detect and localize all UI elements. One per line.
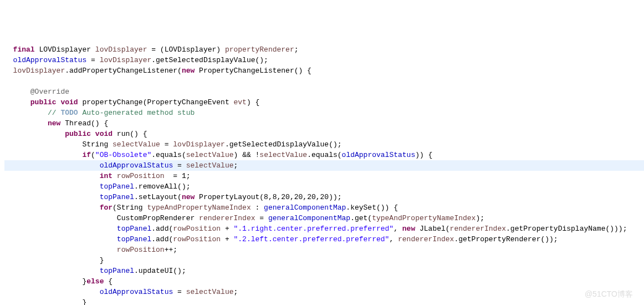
code-line: public void run() { bbox=[4, 129, 644, 139]
code-line: @Override bbox=[4, 87, 644, 97]
code-line: } bbox=[4, 255, 644, 266]
code-line: topPanel.setLayout(new PropertyLayout(8,… bbox=[4, 192, 644, 202]
code-line: int rowPosition = 1; bbox=[4, 171, 644, 181]
code-line-highlighted: oldApprovalStatus = selectValue; bbox=[4, 160, 644, 171]
watermark: @51CTO博客 bbox=[585, 289, 633, 299]
code-line: rowPosition++; bbox=[4, 245, 644, 255]
code-line bbox=[4, 76, 644, 87]
code-line: lovDisplayer.addPropertyChangeListener(n… bbox=[4, 65, 644, 76]
code-line: oldApprovalStatus = selectValue; bbox=[4, 287, 644, 297]
code-line: String selectValue = lovDisplayer.getSel… bbox=[4, 139, 644, 150]
code-line: new Thread() { bbox=[4, 118, 644, 129]
code-line: topPanel.removeAll(); bbox=[4, 181, 644, 192]
code-line: }else { bbox=[4, 276, 644, 287]
code-line: final LOVDisplayer lovDisplayer = (LOVDi… bbox=[4, 44, 644, 55]
code-line: } bbox=[4, 297, 644, 305]
code-editor[interactable]: final LOVDisplayer lovDisplayer = (LOVDi… bbox=[4, 44, 644, 305]
code-line: CustomPropRenderer rendererIndex = gener… bbox=[4, 213, 644, 223]
code-line: public void propertyChange(PropertyChang… bbox=[4, 97, 644, 108]
code-line: oldApprovalStatus = lovDisplayer.getSele… bbox=[4, 55, 644, 65]
code-line: topPanel.add(rowPosition + ".2.left.cent… bbox=[4, 234, 644, 245]
code-line: topPanel.updateUI(); bbox=[4, 266, 644, 276]
code-line: if("OB-Obsolete".equals(selectValue) && … bbox=[4, 150, 644, 160]
code-line: // TODO Auto-generated method stub bbox=[4, 108, 644, 118]
code-line: topPanel.add(rowPosition + ".1.right.cen… bbox=[4, 223, 644, 234]
code-line: for(String typeAndPropertyNameIndex : ge… bbox=[4, 202, 644, 213]
